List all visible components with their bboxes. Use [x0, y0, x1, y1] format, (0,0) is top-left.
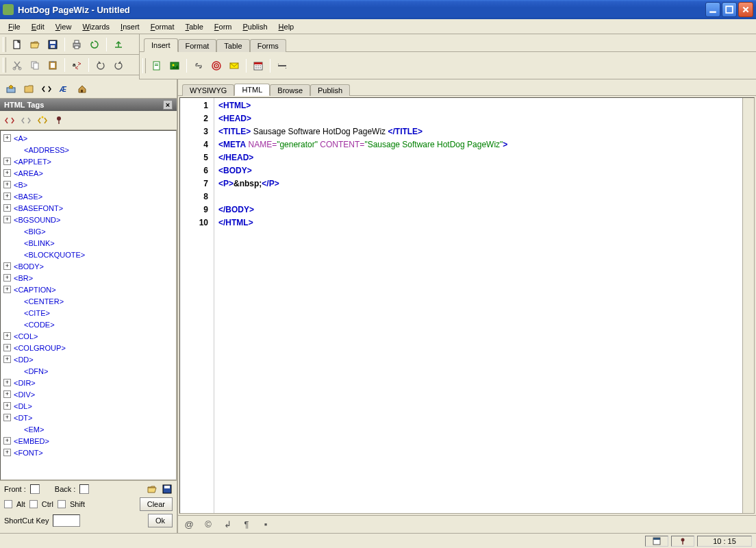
tree-item[interactable]: +<BR>	[3, 272, 176, 284]
tag-tool-star-icon[interactable]	[37, 115, 48, 126]
new-file-button[interactable]	[9, 36, 25, 53]
open-file-button[interactable]	[27, 36, 43, 53]
menu-insert[interactable]: Insert	[115, 21, 145, 32]
expander-icon[interactable]: +	[3, 169, 11, 177]
view-tab-browse[interactable]: Browse	[270, 84, 310, 96]
menu-help[interactable]: Help	[273, 21, 300, 32]
block-icon[interactable]: ▪	[260, 519, 271, 530]
top-tab-forms[interactable]: Forms	[250, 39, 286, 52]
tree-item[interactable]: +<DL>	[3, 400, 176, 412]
view-tab-publish[interactable]: Publish	[310, 84, 350, 96]
front-color-box[interactable]	[30, 484, 40, 494]
expander-icon[interactable]: +	[3, 216, 11, 223]
tree-item[interactable]: +<FONT>	[3, 447, 176, 458]
insert-date-button[interactable]	[250, 58, 266, 74]
insert-target-button[interactable]	[208, 58, 225, 74]
back-color-box[interactable]	[79, 484, 89, 494]
cut-button[interactable]	[9, 57, 25, 73]
sidebar-files-icon[interactable]	[21, 81, 37, 97]
expander-icon[interactable]: +	[3, 414, 11, 421]
view-tab-html[interactable]: HTML	[234, 84, 270, 96]
top-tab-insert[interactable]: Insert	[144, 38, 178, 52]
tree-item[interactable]: +<AREA>	[3, 167, 176, 179]
tree-item[interactable]: +<APPLET>	[3, 155, 176, 167]
expander-icon[interactable]: +	[3, 356, 11, 363]
pilcrow-icon[interactable]: ¶	[241, 519, 252, 530]
expander-icon[interactable]: +	[3, 181, 11, 188]
top-tab-format[interactable]: Format	[178, 39, 217, 52]
tree-item[interactable]: <CENTER>	[3, 295, 176, 307]
save-button[interactable]	[45, 36, 61, 53]
tree-item[interactable]: +<BODY>	[3, 260, 176, 272]
insert-image-button[interactable]	[166, 58, 183, 74]
tree-item[interactable]: +<BASE>	[3, 190, 176, 202]
tree-item[interactable]: <BLOCKQUOTE>	[3, 249, 176, 260]
sidebar-home-icon[interactable]	[74, 81, 90, 97]
save-icon[interactable]	[162, 484, 173, 495]
at-icon[interactable]: @	[184, 519, 194, 530]
insert-page-button[interactable]	[149, 58, 165, 74]
ctrl-checkbox[interactable]	[29, 500, 38, 508]
expander-icon[interactable]: +	[3, 286, 11, 293]
tree-item[interactable]: +<BASEFONT>	[3, 202, 176, 214]
menu-form[interactable]: Form	[209, 21, 238, 32]
menu-publish[interactable]: Publish	[237, 21, 273, 32]
expander-icon[interactable]: +	[3, 192, 11, 200]
open-icon[interactable]	[147, 484, 158, 495]
tree-item[interactable]: +<COL>	[3, 330, 176, 342]
tree-item[interactable]: +<CAPTION>	[3, 284, 176, 295]
expander-icon[interactable]: +	[3, 158, 11, 165]
tag-tool-pin-icon[interactable]	[53, 115, 64, 126]
ok-button[interactable]: Ok	[148, 514, 173, 527]
paste-button[interactable]	[45, 57, 61, 73]
insert-link-button[interactable]	[190, 58, 207, 74]
tree-item[interactable]: +<DT>	[3, 412, 176, 423]
tags-tree[interactable]: +<A><ADDRESS>+<APPLET>+<AREA>+<B>+<BASE>…	[0, 130, 177, 480]
alt-checkbox[interactable]	[4, 500, 12, 508]
undo-button[interactable]	[92, 57, 109, 73]
expander-icon[interactable]: +	[3, 379, 11, 386]
insert-email-button[interactable]	[226, 58, 242, 74]
sidebar-wizard-icon[interactable]	[3, 81, 19, 97]
tree-item[interactable]: +<BGSOUND>	[3, 214, 176, 225]
sidebar-code-icon[interactable]	[38, 81, 55, 97]
tree-item[interactable]: <DFN>	[3, 365, 176, 377]
tree-item[interactable]: <ADDRESS>	[3, 144, 176, 155]
view-tab-wysiwyg[interactable]: WYSIWYG	[182, 84, 234, 96]
minimize-button[interactable]	[705, 2, 720, 17]
tree-item[interactable]: +<DIV>	[3, 388, 176, 400]
expander-icon[interactable]: +	[3, 134, 11, 142]
arrow-icon[interactable]: ↲	[222, 519, 233, 530]
menu-view[interactable]: View	[50, 21, 77, 32]
copy-button[interactable]	[27, 57, 43, 73]
status-window-icon[interactable]	[645, 536, 668, 547]
menu-wizards[interactable]: Wizards	[77, 21, 115, 32]
top-tab-table[interactable]: Table	[216, 39, 249, 52]
find-replace-button[interactable]: a	[68, 57, 85, 73]
expander-icon[interactable]: +	[3, 332, 11, 340]
expander-icon[interactable]: +	[3, 437, 11, 445]
tree-item[interactable]: +<COLGROUP>	[3, 342, 176, 353]
tree-item[interactable]: <CODE>	[3, 319, 176, 330]
print-button[interactable]	[68, 36, 85, 53]
tree-item[interactable]: <CITE>	[3, 307, 176, 319]
publish-button[interactable]	[110, 36, 127, 53]
expander-icon[interactable]: +	[3, 262, 11, 270]
tag-tool-gray-icon[interactable]	[21, 115, 32, 126]
sidebar-char-icon[interactable]: Æ	[56, 81, 73, 97]
menu-edit[interactable]: Edit	[26, 21, 50, 32]
tree-item[interactable]: +<DIR>	[3, 377, 176, 388]
tree-item[interactable]: +<B>	[3, 179, 176, 190]
menu-table[interactable]: Table	[180, 21, 209, 32]
tag-tool-red-icon[interactable]	[4, 115, 15, 126]
editor-scrollbar[interactable]	[742, 98, 754, 513]
clear-button[interactable]: Clear	[140, 497, 173, 511]
shift-checkbox[interactable]	[58, 500, 66, 508]
expander-icon[interactable]: +	[3, 344, 11, 351]
expander-icon[interactable]: +	[3, 449, 11, 456]
code-editor[interactable]: 12345678910 <HTML><HEAD><TITLE> Sausage …	[179, 97, 755, 514]
insert-hr-button[interactable]	[274, 58, 290, 74]
redo-button[interactable]	[110, 57, 127, 73]
expander-icon[interactable]: +	[3, 204, 11, 212]
expander-icon[interactable]: +	[3, 274, 11, 282]
